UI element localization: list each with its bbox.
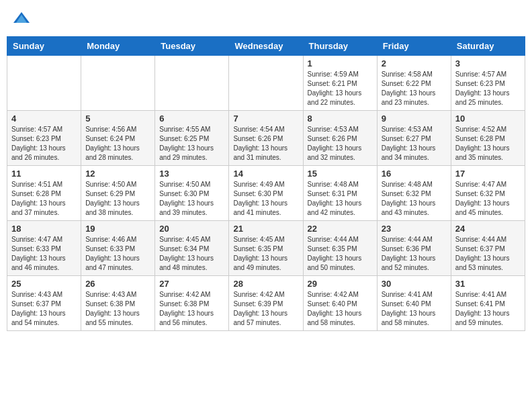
day-info: Sunrise: 4:45 AM Sunset: 6:35 PM Dayligh…: [233, 235, 298, 273]
day-number: 20: [159, 224, 224, 234]
day-number: 24: [455, 224, 521, 234]
day-info: Sunrise: 4:42 AM Sunset: 6:38 PM Dayligh…: [159, 290, 224, 328]
day-info: Sunrise: 4:57 AM Sunset: 6:23 PM Dayligh…: [455, 70, 521, 107]
day-number: 25: [11, 279, 77, 289]
calendar-cell: 28Sunrise: 4:42 AM Sunset: 6:39 PM Dayli…: [229, 276, 303, 331]
weekday-header-tuesday: Tuesday: [155, 37, 229, 56]
calendar-cell: 17Sunrise: 4:47 AM Sunset: 6:32 PM Dayli…: [451, 166, 525, 221]
day-info: Sunrise: 4:44 AM Sunset: 6:35 PM Dayligh…: [308, 235, 373, 273]
calendar-cell: 16Sunrise: 4:48 AM Sunset: 6:32 PM Dayli…: [377, 166, 451, 221]
calendar-cell: 9Sunrise: 4:53 AM Sunset: 6:27 PM Daylig…: [377, 111, 451, 166]
day-number: 21: [233, 224, 298, 234]
calendar-cell: 18Sunrise: 4:47 AM Sunset: 6:33 PM Dayli…: [7, 221, 81, 276]
calendar-cell: 1Sunrise: 4:59 AM Sunset: 6:21 PM Daylig…: [303, 56, 377, 111]
day-info: Sunrise: 4:50 AM Sunset: 6:29 PM Dayligh…: [85, 180, 150, 218]
calendar-cell: [229, 56, 303, 111]
day-info: Sunrise: 4:47 AM Sunset: 6:33 PM Dayligh…: [11, 235, 77, 273]
day-number: 28: [233, 279, 298, 289]
day-number: 18: [11, 224, 77, 234]
calendar-week-row: 11Sunrise: 4:51 AM Sunset: 6:28 PM Dayli…: [7, 166, 525, 221]
calendar-cell: 5Sunrise: 4:56 AM Sunset: 6:24 PM Daylig…: [81, 111, 155, 166]
calendar-header: SundayMondayTuesdayWednesdayThursdayFrid…: [7, 37, 525, 56]
calendar-cell: 3Sunrise: 4:57 AM Sunset: 6:23 PM Daylig…: [451, 56, 525, 111]
day-info: Sunrise: 4:46 AM Sunset: 6:33 PM Dayligh…: [85, 235, 150, 273]
day-number: 17: [455, 169, 521, 179]
day-number: 9: [382, 113, 447, 124]
day-info: Sunrise: 4:50 AM Sunset: 6:30 PM Dayligh…: [159, 180, 224, 218]
day-number: 12: [85, 169, 150, 179]
calendar-cell: 24Sunrise: 4:44 AM Sunset: 6:37 PM Dayli…: [451, 221, 525, 276]
day-info: Sunrise: 4:49 AM Sunset: 6:30 PM Dayligh…: [233, 180, 298, 218]
page-header: [7, 7, 525, 31]
calendar-cell: 13Sunrise: 4:50 AM Sunset: 6:30 PM Dayli…: [155, 166, 229, 221]
day-info: Sunrise: 4:54 AM Sunset: 6:26 PM Dayligh…: [233, 125, 298, 163]
day-number: 5: [85, 113, 150, 124]
calendar-cell: 31Sunrise: 4:41 AM Sunset: 6:41 PM Dayli…: [451, 276, 525, 331]
calendar-cell: 6Sunrise: 4:55 AM Sunset: 6:25 PM Daylig…: [155, 111, 229, 166]
day-number: 15: [308, 169, 373, 179]
day-number: 16: [382, 169, 447, 179]
day-number: 10: [455, 113, 521, 124]
day-number: 14: [233, 169, 298, 179]
calendar-cell: 23Sunrise: 4:44 AM Sunset: 6:36 PM Dayli…: [377, 221, 451, 276]
calendar-table: SundayMondayTuesdayWednesdayThursdayFrid…: [7, 36, 525, 331]
calendar-cell: 8Sunrise: 4:53 AM Sunset: 6:26 PM Daylig…: [303, 111, 377, 166]
calendar-week-row: 25Sunrise: 4:43 AM Sunset: 6:37 PM Dayli…: [7, 276, 525, 331]
day-info: Sunrise: 4:51 AM Sunset: 6:28 PM Dayligh…: [11, 180, 77, 218]
calendar-cell: [81, 56, 155, 111]
calendar-cell: 19Sunrise: 4:46 AM Sunset: 6:33 PM Dayli…: [81, 221, 155, 276]
calendar-body: 1Sunrise: 4:59 AM Sunset: 6:21 PM Daylig…: [7, 56, 525, 331]
day-number: 31: [455, 279, 521, 289]
day-number: 7: [233, 113, 298, 124]
day-number: 6: [159, 113, 224, 124]
day-number: 2: [382, 58, 447, 68]
day-number: 26: [85, 279, 150, 289]
calendar-cell: [7, 56, 81, 111]
day-number: 4: [11, 113, 77, 124]
calendar-cell: 25Sunrise: 4:43 AM Sunset: 6:37 PM Dayli…: [7, 276, 81, 331]
calendar-cell: 12Sunrise: 4:50 AM Sunset: 6:29 PM Dayli…: [81, 166, 155, 221]
day-info: Sunrise: 4:55 AM Sunset: 6:25 PM Dayligh…: [159, 125, 224, 163]
weekday-header-saturday: Saturday: [451, 37, 525, 56]
day-number: 29: [308, 279, 373, 289]
weekday-header-friday: Friday: [377, 37, 451, 56]
calendar-cell: 14Sunrise: 4:49 AM Sunset: 6:30 PM Dayli…: [229, 166, 303, 221]
day-info: Sunrise: 4:44 AM Sunset: 6:37 PM Dayligh…: [455, 235, 521, 273]
day-info: Sunrise: 4:47 AM Sunset: 6:32 PM Dayligh…: [455, 180, 521, 218]
weekday-header-wednesday: Wednesday: [229, 37, 303, 56]
day-info: Sunrise: 4:41 AM Sunset: 6:40 PM Dayligh…: [382, 290, 447, 328]
day-number: 13: [159, 169, 224, 179]
day-number: 3: [455, 58, 521, 68]
day-number: 11: [11, 169, 77, 179]
day-info: Sunrise: 4:59 AM Sunset: 6:21 PM Dayligh…: [308, 70, 373, 107]
day-number: 1: [308, 58, 373, 68]
day-info: Sunrise: 4:48 AM Sunset: 6:31 PM Dayligh…: [308, 180, 373, 218]
calendar-cell: 21Sunrise: 4:45 AM Sunset: 6:35 PM Dayli…: [229, 221, 303, 276]
day-number: 19: [85, 224, 150, 234]
calendar-cell: 22Sunrise: 4:44 AM Sunset: 6:35 PM Dayli…: [303, 221, 377, 276]
calendar-week-row: 4Sunrise: 4:57 AM Sunset: 6:23 PM Daylig…: [7, 111, 525, 166]
calendar-cell: [155, 56, 229, 111]
calendar-cell: 20Sunrise: 4:45 AM Sunset: 6:34 PM Dayli…: [155, 221, 229, 276]
weekday-header-row: SundayMondayTuesdayWednesdayThursdayFrid…: [7, 37, 525, 56]
day-info: Sunrise: 4:44 AM Sunset: 6:36 PM Dayligh…: [382, 235, 447, 273]
weekday-header-thursday: Thursday: [303, 37, 377, 56]
logo: [12, 9, 34, 28]
calendar-cell: 4Sunrise: 4:57 AM Sunset: 6:23 PM Daylig…: [7, 111, 81, 166]
calendar-cell: 10Sunrise: 4:52 AM Sunset: 6:28 PM Dayli…: [451, 111, 525, 166]
calendar-week-row: 18Sunrise: 4:47 AM Sunset: 6:33 PM Dayli…: [7, 221, 525, 276]
logo-icon: [12, 9, 31, 28]
calendar-cell: 30Sunrise: 4:41 AM Sunset: 6:40 PM Dayli…: [377, 276, 451, 331]
day-number: 27: [159, 279, 224, 289]
day-info: Sunrise: 4:52 AM Sunset: 6:28 PM Dayligh…: [455, 125, 521, 163]
calendar-cell: 11Sunrise: 4:51 AM Sunset: 6:28 PM Dayli…: [7, 166, 81, 221]
day-number: 23: [382, 224, 447, 234]
day-info: Sunrise: 4:48 AM Sunset: 6:32 PM Dayligh…: [382, 180, 447, 218]
day-info: Sunrise: 4:43 AM Sunset: 6:37 PM Dayligh…: [11, 290, 77, 328]
day-info: Sunrise: 4:58 AM Sunset: 6:22 PM Dayligh…: [382, 70, 447, 107]
calendar-week-row: 1Sunrise: 4:59 AM Sunset: 6:21 PM Daylig…: [7, 56, 525, 111]
day-info: Sunrise: 4:42 AM Sunset: 6:39 PM Dayligh…: [233, 290, 298, 328]
day-info: Sunrise: 4:41 AM Sunset: 6:41 PM Dayligh…: [455, 290, 521, 328]
day-number: 8: [308, 113, 373, 124]
weekday-header-monday: Monday: [81, 37, 155, 56]
